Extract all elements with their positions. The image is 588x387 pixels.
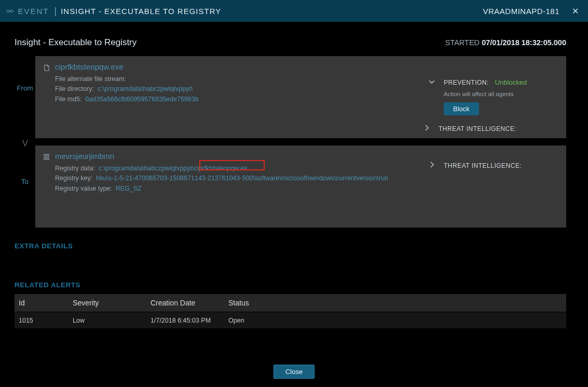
to-regkey-label: Registry key: [55, 175, 92, 182]
to-regdata-value[interactable]: c:\programdata\habczpwlqtvppyt\ciprfkbts… [99, 165, 247, 172]
svg-rect-2 [44, 157, 46, 159]
event-title: INSIGHT - EXECUTABLE TO REGISTRY [61, 7, 221, 16]
close-icon[interactable]: ✕ [569, 4, 582, 18]
related-alerts-table: Id Severity Creation Date Status 1015 Lo… [15, 294, 566, 328]
chevron-down-icon[interactable] [428, 78, 437, 87]
svg-rect-1 [47, 154, 49, 156]
svg-rect-0 [44, 154, 46, 156]
prevention-note: Action will affect all agents [444, 91, 558, 97]
extra-details-heading: EXTRA DETAILS [15, 242, 588, 250]
to-entity-name[interactable]: mevrsjeurjimbmn [55, 152, 423, 161]
to-label: To [21, 178, 29, 185]
cell-severity: Low [69, 317, 146, 324]
from-panel: ciprfkbtsteopqw.exe File alternate file … [35, 56, 566, 138]
cell-status: Open [224, 317, 566, 324]
file-icon [44, 64, 49, 72]
to-regtype-value: REG_SZ [116, 185, 142, 192]
alerts-header-row: Id Severity Creation Date Status [15, 294, 566, 312]
col-severity[interactable]: Severity [69, 299, 146, 307]
from-alt-label: File alternate file stream: [55, 75, 126, 83]
to-regtype-label: Registry value type: [55, 185, 112, 192]
title-divider: | [54, 6, 57, 17]
svg-rect-3 [47, 157, 49, 159]
to-regkey-value[interactable]: hku\s-1-5-21-470065703-1508671143-213761… [96, 174, 388, 183]
cell-id: 1015 [15, 317, 69, 324]
started-value: 07/01/2018 18:32:05.000 [482, 38, 566, 47]
from-dir-label: File directory: [55, 85, 94, 92]
related-alerts-heading: RELATED ALERTS [15, 281, 588, 289]
to-panel: mevrsjeurjimbmn Registry data: c:\progra… [35, 145, 566, 228]
threat-intel-label: THREAT INTELLIGENCE: [439, 125, 516, 132]
chevron-right-icon[interactable] [428, 161, 437, 170]
host-name: VRAADMINAPD-181 [483, 7, 559, 16]
col-status[interactable]: Status [224, 299, 566, 307]
table-row[interactable]: 1015 Low 1/7/2018 6:45:03 PM Open [15, 312, 566, 328]
chevron-right-icon[interactable] [423, 124, 432, 133]
title-bar: ○-○ EVENT | INSIGHT - EXECUTABLE TO REGI… [0, 0, 588, 22]
to-regdata-label: Registry data: [55, 165, 95, 172]
col-creation-date[interactable]: Creation Date [146, 299, 224, 307]
prevention-label: PREVENTION: [444, 79, 489, 86]
page-title: Insight - Executable to Registry [15, 37, 136, 48]
from-md5-label: File md5: [55, 96, 81, 103]
chain-icon: ○-○ [6, 7, 13, 15]
close-button[interactable]: Close [274, 365, 314, 379]
threat-intel-label: THREAT INTELLIGENCE: [444, 162, 522, 169]
started-timestamp: STARTED 07/01/2018 18:32:05.000 [445, 38, 566, 47]
cell-date: 1/7/2018 6:45:03 PM [146, 317, 224, 324]
from-label: From [17, 84, 33, 92]
started-label: STARTED [445, 38, 480, 47]
from-entity-name[interactable]: ciprfkbtsteopqw.exe [55, 62, 423, 71]
from-md5-value[interactable]: 0ad35a566cfb60959576835ede75983b [85, 96, 198, 103]
col-id[interactable]: Id [15, 299, 69, 307]
from-dir-value[interactable]: c:\programdata\habczpwlqtvppyt\ [98, 85, 193, 92]
block-button[interactable]: Block [444, 102, 479, 115]
registry-icon [44, 154, 49, 162]
prevention-value: Unblocked [495, 78, 527, 86]
event-label: EVENT [18, 7, 49, 16]
flow-connector: ⋁ [15, 141, 35, 144]
